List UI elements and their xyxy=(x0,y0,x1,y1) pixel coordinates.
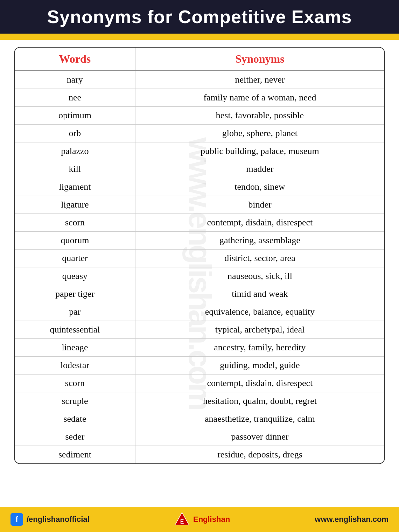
word-cell: optimum xyxy=(15,107,135,125)
synonyms-table: Words Synonyms naryneither, neverneefami… xyxy=(15,48,384,463)
synonyms-cell: best, favorable, possible xyxy=(135,107,384,125)
table-row: sederpassover dinner xyxy=(15,428,384,446)
word-cell: ligature xyxy=(15,196,135,214)
table-row: lineageancestry, family, heredity xyxy=(15,339,384,357)
word-cell: seder xyxy=(15,428,135,446)
word-cell: queasy xyxy=(15,267,135,285)
synonyms-cell: binder xyxy=(135,196,384,214)
content-area: www.englishan.com Words Synonyms narynei… xyxy=(0,40,399,507)
table-row: sedimentresidue, deposits, dregs xyxy=(15,446,384,464)
synonyms-cell: ancestry, family, heredity xyxy=(135,339,384,357)
word-cell: quorum xyxy=(15,232,135,250)
synonyms-cell: globe, sphere, planet xyxy=(135,125,384,142)
fb-handle: /englishanofficial xyxy=(27,515,90,524)
synonyms-cell: madder xyxy=(135,160,384,178)
word-cell: scruple xyxy=(15,392,135,410)
footer-brand: E Englishan xyxy=(174,512,230,527)
table-row: quorumgathering, assemblage xyxy=(15,232,384,250)
synonyms-cell: hesitation, qualm, doubt, regret xyxy=(135,392,384,410)
page-header: Synonyms for Competitive Exams xyxy=(0,0,399,34)
table-row: ligaturebinder xyxy=(15,196,384,214)
yellow-bar-top xyxy=(0,34,399,40)
word-cell: quarter xyxy=(15,250,135,267)
facebook-icon: f xyxy=(10,513,23,526)
synonyms-cell: anaesthetize, tranquilize, calm xyxy=(135,410,384,428)
synonyms-cell: nauseous, sick, ill xyxy=(135,267,384,285)
table-row: optimumbest, favorable, possible xyxy=(15,107,384,125)
synonyms-cell: residue, deposits, dregs xyxy=(135,446,384,464)
table-row: quintessentialtypical, archetypal, ideal xyxy=(15,321,384,339)
word-cell: lineage xyxy=(15,339,135,357)
page-footer: f /englishanofficial E Englishan www.eng… xyxy=(0,507,399,532)
word-cell: quintessential xyxy=(15,321,135,339)
table-row: neefamily name of a woman, need xyxy=(15,89,384,107)
synonyms-cell: guiding, model, guide xyxy=(135,357,384,374)
table-row: parequivalence, balance, equality xyxy=(15,303,384,321)
brand-name: Englishan xyxy=(193,515,230,524)
word-cell: orb xyxy=(15,125,135,142)
synonyms-cell: district, sector, area xyxy=(135,250,384,267)
col-words-header: Words xyxy=(15,48,135,71)
table-row: lodestarguiding, model, guide xyxy=(15,357,384,374)
col-synonyms-header: Synonyms xyxy=(135,48,384,71)
synonyms-cell: contempt, disdain, disrespect xyxy=(135,374,384,392)
footer-website: www.englishan.com xyxy=(315,515,388,524)
word-cell: sedate xyxy=(15,410,135,428)
table-row: naryneither, never xyxy=(15,71,384,89)
synonyms-cell: passover dinner xyxy=(135,428,384,446)
synonyms-cell: timid and weak xyxy=(135,285,384,303)
synonyms-cell: family name of a woman, need xyxy=(135,89,384,107)
table-row: orbglobe, sphere, planet xyxy=(15,125,384,142)
footer-fb: f /englishanofficial xyxy=(10,513,90,526)
word-cell: scorn xyxy=(15,214,135,232)
svg-text:E: E xyxy=(180,519,184,525)
table-row: sedateanaesthetize, tranquilize, calm xyxy=(15,410,384,428)
synonyms-cell: equivalence, balance, equality xyxy=(135,303,384,321)
word-cell: nee xyxy=(15,89,135,107)
synonyms-cell: public building, palace, museum xyxy=(135,142,384,160)
word-cell: sediment xyxy=(15,446,135,464)
table-header-row: Words Synonyms xyxy=(15,48,384,71)
table-row: killmadder xyxy=(15,160,384,178)
word-cell: paper tiger xyxy=(15,285,135,303)
table-row: scorncontempt, disdain, disrespect xyxy=(15,214,384,232)
word-cell: lodestar xyxy=(15,357,135,374)
brand-logo-icon: E xyxy=(174,512,190,527)
table-row: ligamenttendon, sinew xyxy=(15,178,384,196)
website-url: www.englishan.com xyxy=(315,515,388,524)
table-row: scorncontempt, disdain, disrespect xyxy=(15,374,384,392)
word-cell: palazzo xyxy=(15,142,135,160)
word-cell: par xyxy=(15,303,135,321)
synonyms-cell: contempt, disdain, disrespect xyxy=(135,214,384,232)
word-cell: kill xyxy=(15,160,135,178)
word-cell: scorn xyxy=(15,374,135,392)
table-row: palazzopublic building, palace, museum xyxy=(15,142,384,160)
word-cell: nary xyxy=(15,71,135,89)
synonyms-cell: neither, never xyxy=(135,71,384,89)
word-cell: ligament xyxy=(15,178,135,196)
synonyms-cell: tendon, sinew xyxy=(135,178,384,196)
table-row: scruplehesitation, qualm, doubt, regret xyxy=(15,392,384,410)
table-row: quarterdistrict, sector, area xyxy=(15,250,384,267)
synonyms-table-container: Words Synonyms naryneither, neverneefami… xyxy=(14,47,385,464)
synonyms-cell: typical, archetypal, ideal xyxy=(135,321,384,339)
table-row: queasynauseous, sick, ill xyxy=(15,267,384,285)
synonyms-cell: gathering, assemblage xyxy=(135,232,384,250)
table-row: paper tigertimid and weak xyxy=(15,285,384,303)
page-title: Synonyms for Competitive Exams xyxy=(10,6,388,27)
